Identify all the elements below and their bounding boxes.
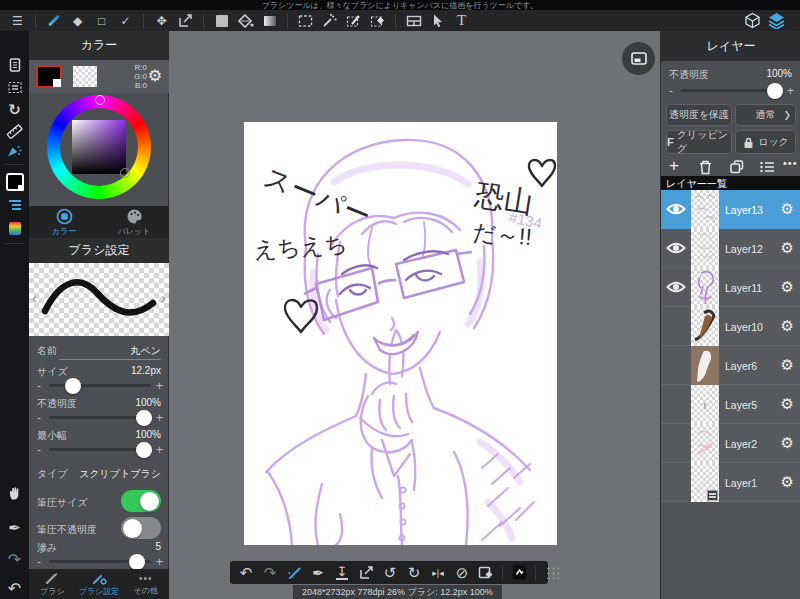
bucket-tool[interactable] xyxy=(234,11,257,30)
slider-knob[interactable] xyxy=(65,378,81,394)
layer-row[interactable]: Layer12 ⚙ xyxy=(661,229,800,268)
shape-tool[interactable]: □ xyxy=(90,11,113,30)
pages-button[interactable] xyxy=(0,55,29,75)
blend-mode-button[interactable]: 通常 ❯ xyxy=(735,104,796,126)
pressure-opacity-toggle[interactable] xyxy=(121,517,161,539)
clipping-button[interactable]: F クリッピング xyxy=(666,130,732,154)
min-width-slider[interactable] xyxy=(49,448,151,451)
primary-color-swatch[interactable] xyxy=(36,65,62,88)
layer-thumbnail[interactable] xyxy=(691,190,719,229)
prev-brush-arrow[interactable]: ‹ xyxy=(32,289,37,306)
layer-row[interactable]: Layer10 ⚙ xyxy=(661,307,800,346)
redo-button[interactable]: ↷ xyxy=(259,563,281,582)
plus-button[interactable]: + xyxy=(156,381,163,391)
material-3d-button[interactable] xyxy=(741,11,764,30)
minus-button[interactable]: - xyxy=(37,381,41,391)
plus-button[interactable]: + xyxy=(156,413,163,423)
opacity-slider[interactable] xyxy=(49,416,151,419)
save-button[interactable]: ↧ xyxy=(331,563,353,582)
tab-brush[interactable]: ブラシ xyxy=(29,569,76,599)
next-brush-arrow[interactable]: › xyxy=(161,289,166,306)
hand-button[interactable] xyxy=(0,483,29,503)
layer-thumbnail[interactable] xyxy=(691,385,719,424)
sv-selector-dot[interactable] xyxy=(120,168,130,178)
layer-row[interactable]: Layer13 ⚙ xyxy=(661,190,800,229)
minus-button[interactable]: - xyxy=(37,557,41,567)
size-slider[interactable] xyxy=(49,384,151,387)
slider-knob[interactable] xyxy=(767,83,783,99)
fill-rect-tool[interactable] xyxy=(210,11,233,30)
select-menu-button[interactable] xyxy=(0,77,29,97)
gradient-tool[interactable] xyxy=(258,11,281,30)
blur-slider[interactable] xyxy=(49,560,151,563)
brush-list-button[interactable] xyxy=(0,195,29,215)
gear-icon[interactable]: ⚙ xyxy=(781,356,794,374)
layer-thumbnail[interactable] xyxy=(691,229,719,268)
eye-icon[interactable] xyxy=(666,280,686,298)
layer-thumbnail[interactable] xyxy=(691,268,719,307)
hue-selector-dot[interactable] xyxy=(95,95,105,105)
pointer-tool[interactable] xyxy=(426,11,449,30)
eyedropper-button[interactable]: ✒ xyxy=(307,563,329,582)
fg-bg-color-button[interactable] xyxy=(0,172,29,192)
layer-row[interactable]: Layer1 ⚙ xyxy=(661,463,800,502)
layer-thumbnail[interactable] xyxy=(691,463,719,502)
saturation-square[interactable] xyxy=(72,120,126,174)
gear-icon[interactable]: ⚙ xyxy=(781,395,794,413)
export-button[interactable] xyxy=(355,563,377,582)
layer-row[interactable]: Layer6 ⚙ xyxy=(661,346,800,385)
gear-icon[interactable]: ⚙ xyxy=(148,66,162,85)
material-color-button[interactable] xyxy=(508,563,530,582)
minus-button[interactable]: - xyxy=(669,86,673,96)
eyedropper-button[interactable]: ✒ xyxy=(0,518,29,538)
gradient-pen-button[interactable] xyxy=(0,218,29,238)
workspace-tool[interactable] xyxy=(402,11,425,30)
lock-button[interactable]: ロック xyxy=(735,130,796,154)
color-wheel[interactable] xyxy=(47,95,151,199)
plus-button[interactable]: + xyxy=(156,445,163,455)
plus-button[interactable]: + xyxy=(156,557,163,567)
undo-button[interactable]: ↶ xyxy=(0,578,29,598)
gear-icon[interactable]: ⚙ xyxy=(781,200,794,218)
brush-snap-button[interactable] xyxy=(283,563,305,582)
minus-button[interactable]: - xyxy=(37,413,41,423)
rotate-cw-button[interactable]: ↻ xyxy=(403,563,425,582)
eraser-tool[interactable]: ◆ xyxy=(66,11,89,30)
tab-brush-settings[interactable]: ブラシ設定 xyxy=(76,569,123,599)
gear-icon[interactable]: ⚙ xyxy=(781,317,794,335)
canvas-page[interactable]: スーパー えちえち 恐山 だ～!! #134 xyxy=(244,122,557,545)
move-tool[interactable]: ✥ xyxy=(150,11,173,30)
clear-button[interactable] xyxy=(475,563,497,582)
layer-row[interactable]: Layer11 ⚙ xyxy=(661,268,800,307)
flip-horizontal-button[interactable]: ▸|◂ xyxy=(427,563,449,582)
eye-icon[interactable] xyxy=(666,241,686,259)
tab-color[interactable]: カラー xyxy=(29,206,99,238)
menu-icon[interactable]: ☰ xyxy=(6,11,29,30)
layers-panel-button[interactable] xyxy=(765,11,788,30)
gear-icon[interactable]: ⚙ xyxy=(781,473,794,491)
slider-knob[interactable] xyxy=(129,554,145,570)
type-value[interactable]: スクリプトブラシ xyxy=(79,467,161,481)
brush-tool[interactable] xyxy=(42,11,65,30)
transparent-color-swatch[interactable] xyxy=(73,66,97,87)
gear-icon[interactable]: ⚙ xyxy=(781,239,794,257)
transform-tool[interactable] xyxy=(174,11,197,30)
no-draw-button[interactable]: ⊘ xyxy=(451,563,473,582)
tab-palette[interactable]: パレット xyxy=(99,206,169,238)
layer-thumbnail[interactable] xyxy=(691,346,719,385)
text-tool[interactable]: T xyxy=(450,11,473,30)
gear-icon[interactable]: ⚙ xyxy=(781,278,794,296)
airbrush-button[interactable] xyxy=(0,141,29,161)
select-eraser-tool[interactable] xyxy=(366,11,389,30)
toolbar-drag-handle[interactable] xyxy=(541,563,563,582)
plus-button[interactable]: + xyxy=(787,86,794,96)
more-layers-button[interactable]: ••• xyxy=(783,157,798,169)
undo-button[interactable]: ↶ xyxy=(235,563,257,582)
minus-button[interactable]: - xyxy=(37,445,41,455)
eye-icon[interactable] xyxy=(666,202,686,220)
pressure-size-toggle[interactable] xyxy=(121,490,161,512)
layer-opacity-slider[interactable] xyxy=(681,89,783,92)
add-layer-button[interactable]: + xyxy=(669,157,679,175)
protect-alpha-button[interactable]: 透明度を保護 xyxy=(666,104,732,126)
wand-tool[interactable] xyxy=(318,11,341,30)
